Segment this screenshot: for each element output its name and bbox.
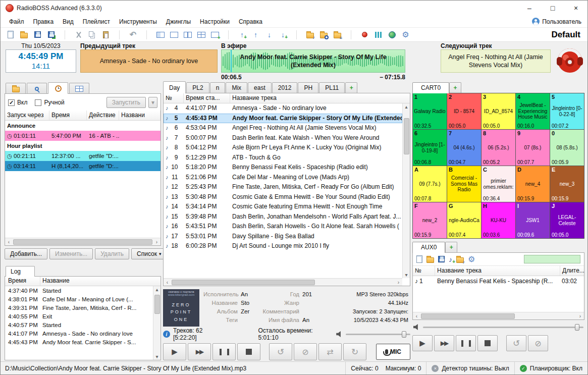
aux-volume-slider[interactable] (423, 324, 583, 331)
playlist-row[interactable]: ♪17 5:53:01 PM Davy Spillane - Big Sea B… (164, 232, 402, 242)
log-row[interactable]: 4:38:01 PM Cafe Del Mar - Meaning of Lov… (5, 295, 153, 303)
paste-button[interactable] (99, 28, 113, 41)
aux-add-track-button[interactable] (449, 255, 452, 263)
log-row[interactable]: 4:37:40 PM Started (5, 286, 153, 295)
layout-split-button[interactable] (181, 28, 194, 41)
cart-button-6[interactable]: 6 Jingleintro [1-0-19-8] 00:06.8 (413, 130, 447, 166)
undo-button[interactable] (126, 28, 140, 41)
cart-button-j[interactable]: J LEGAL-Celeste 00:05.0 (550, 202, 584, 238)
add-cart-tab-button[interactable]: + (449, 82, 461, 93)
cart-button-4[interactable]: 4 JewelBeat - Experiencing House Music 0… (516, 93, 550, 129)
log-tab[interactable]: Log (6, 266, 35, 277)
add-track-bottom-button[interactable] (276, 28, 290, 41)
cart-button-h[interactable]: H KU-KU 00:03.6 (482, 202, 515, 238)
playlist-row[interactable]: ♪18 6:00:28 PM Dj Art Sound - Lounge mix… (164, 241, 402, 251)
tab-scheduler[interactable] (48, 82, 68, 94)
scheduler-row[interactable]: 00:21:11 12:37:00 ... getfile "D:... (5, 151, 161, 161)
cart-button-c[interactable]: C primier omes.reklam: 00:36.4 (482, 166, 515, 202)
scheduler-manual-checkbox[interactable] (35, 99, 41, 106)
aux-save-button[interactable] (438, 256, 445, 262)
scroll-thumb[interactable] (13, 239, 152, 245)
layout-two-panes-button[interactable] (153, 28, 167, 41)
cart-button-a[interactable]: A 09 (7.7s.) 00:07.8 (413, 166, 447, 202)
aux-hscrollbar[interactable]: ‹ › (413, 312, 584, 319)
main-volume-slider[interactable] (346, 331, 410, 338)
playlist-row[interactable]: ♪5 4:45:43 PM Andy Moor feat. Carrie Ski… (164, 114, 402, 124)
scheduler-enabled-checkbox[interactable] (8, 99, 15, 106)
playlist-row[interactable]: ♪6 4:53:04 PM Angel Freq - Nothing At Al… (164, 123, 402, 133)
add-playlist-tab-button[interactable]: + (345, 82, 357, 93)
cart-button-f[interactable]: F new_2 00:15.9 (413, 202, 447, 238)
next-track-button[interactable] (188, 343, 211, 360)
menu-item[interactable]: Справка (234, 17, 267, 27)
aux-next-button[interactable] (434, 335, 454, 351)
music-library-button[interactable] (303, 28, 317, 41)
column-header[interactable]: Запуск через (5, 111, 49, 120)
cart-button-1[interactable]: 1 Galway Radio 00:32.5 (413, 93, 447, 129)
log-vscrollbar[interactable]: ▴ ▾ (153, 286, 161, 360)
playlist-vscrollbar[interactable]: ▴ ▾ (402, 103, 410, 278)
menu-item[interactable]: Плейлист (78, 17, 115, 27)
play-button[interactable] (163, 343, 186, 360)
playlist-row[interactable]: ♪13 5:30:48 PM Cosmic Gate & Emma Hewitt… (164, 192, 402, 202)
cart-button-0[interactable]: 0 08 (5.8s.) 00:05.9 (550, 130, 584, 166)
open-playlist-button[interactable] (17, 28, 31, 41)
aux-repeat-button[interactable] (506, 335, 526, 351)
log-row[interactable]: 4:40:57 PM Started (5, 320, 153, 329)
playlist-tab-mix[interactable]: Mix (226, 82, 247, 93)
volume-handle[interactable] (402, 331, 406, 338)
column-header[interactable]: Названи (119, 111, 161, 120)
minimize-button[interactable]: – (518, 1, 541, 16)
cart-tab[interactable]: CART0 (412, 82, 449, 93)
add-button[interactable]: Добавить... (5, 248, 47, 259)
playlist-row[interactable]: ♪16 5:43:51 PM Dash Berlin, Sarah Howell… (164, 222, 402, 232)
aux-open-button[interactable] (426, 257, 434, 263)
no-stop-button[interactable] (294, 343, 317, 360)
scroll-right-arrow[interactable]: › (153, 239, 161, 245)
stop-button[interactable] (237, 343, 260, 360)
column-header[interactable]: Время (49, 111, 87, 120)
menu-item[interactable]: Вид (58, 17, 78, 27)
save-playlist-button[interactable] (31, 28, 44, 41)
levels-button[interactable] (371, 28, 385, 41)
volume-handle[interactable] (575, 324, 579, 331)
settings-button[interactable] (399, 28, 412, 41)
scroll-up-arrow[interactable]: ▴ (153, 286, 161, 293)
copy-button[interactable] (85, 28, 99, 41)
cart-button-d[interactable]: D new_4 00:15.9 (516, 166, 550, 202)
edit-button[interactable]: Изменить... (49, 248, 93, 259)
playlist-hscrollbar[interactable]: ‹ › (164, 278, 402, 286)
search-files-button[interactable] (317, 28, 331, 41)
playlist-row[interactable]: ♪9 5:12:29 PM ATB - Touch & Go (164, 153, 402, 163)
column-header[interactable]: Действие (87, 111, 119, 120)
playlist-row[interactable]: ♪4 4:41:07 PM Amnesya - Sade - No ordina… (164, 103, 402, 114)
tab-cart-editor[interactable] (69, 83, 89, 94)
scheduler-row[interactable]: 01:01:11 5:47:00 PM 16 - ATB - ... (5, 131, 161, 141)
cut-button[interactable] (72, 28, 85, 41)
scroll-right-arrow[interactable]: › (395, 279, 402, 286)
cart-button-2[interactable]: 2 ID - 8574 00:05.0 (447, 93, 481, 129)
playlist-tab-n[interactable]: n (210, 82, 226, 93)
cart-button-i[interactable]: I JSW1 00:09.6 (516, 202, 550, 238)
playlist-row[interactable]: ♪11 5:21:06 PM Cafe Del Mar - Meaning of… (164, 173, 402, 183)
layout-add-pane-button[interactable] (208, 28, 222, 41)
record-button[interactable] (358, 28, 371, 41)
maximize-button[interactable]: □ (541, 1, 564, 16)
column-header[interactable]: Название (40, 277, 153, 286)
menu-item[interactable]: Файл (5, 17, 29, 27)
scroll-thumb[interactable] (421, 313, 515, 319)
playlist-tab-ph[interactable]: PH (298, 82, 318, 93)
playlist-row[interactable]: ♪12 5:25:43 PM Fine Taste, Jaren, Mitisk… (164, 182, 402, 192)
scroll-right-arrow[interactable]: › (576, 313, 584, 319)
aux-row[interactable]: ♪1 Benny Benassi Feat Kelis - Spaceship … (413, 276, 584, 286)
pause-button[interactable] (212, 343, 236, 360)
scroll-up-arrow[interactable]: ▴ (403, 103, 410, 110)
aux-settings-button[interactable] (468, 254, 475, 264)
column-header[interactable]: Длите... (560, 266, 584, 276)
playlist-tab-pl11[interactable]: PL11 (319, 82, 345, 93)
scheduler-row[interactable]: Hour playlist (5, 141, 161, 151)
list-button[interactable]: Список▾ (131, 248, 167, 259)
move-track-down-button[interactable] (262, 28, 276, 41)
run-dropdown-button[interactable]: ▾ (148, 97, 157, 108)
aux-tab[interactable]: AUX0 (412, 242, 445, 253)
